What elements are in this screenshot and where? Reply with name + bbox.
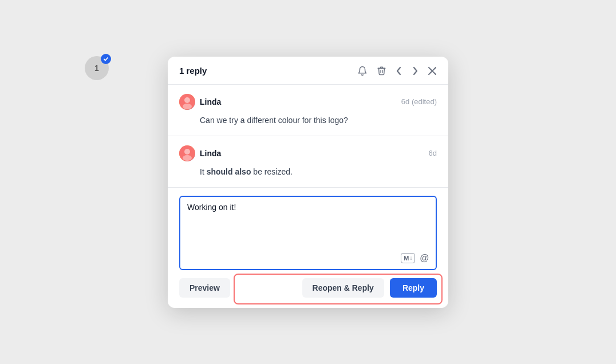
input-icons: M↓ @ [187, 251, 429, 263]
svg-point-2 [183, 104, 192, 109]
comment-1-author-row: Linda [179, 94, 221, 110]
reply-input[interactable]: Working on it! [187, 203, 429, 248]
comment-1-time: 6d (edited) [401, 97, 437, 106]
badge-container: 1 [85, 56, 109, 80]
avatar-image-2 [179, 145, 195, 161]
comment-1-header: Linda 6d (edited) [179, 94, 437, 110]
reopen-reply-button[interactable]: Reopen & Reply [302, 278, 384, 298]
svg-point-1 [184, 97, 190, 103]
svg-point-5 [183, 155, 192, 161]
svg-point-4 [184, 149, 190, 155]
comment-2-header: Linda 6d [179, 145, 437, 161]
comment-2: Linda 6d It should also be resized. [168, 136, 448, 188]
bell-icon[interactable] [357, 66, 368, 76]
dialog-header-icons [357, 66, 437, 76]
dialog-header: 1 reply [168, 57, 448, 85]
comment-1-author: Linda [200, 97, 221, 106]
comment-2-bold: should also [207, 167, 251, 176]
badge-circle: 1 [85, 56, 109, 80]
comment-2-author: Linda [200, 149, 221, 158]
text-input-wrapper: Working on it! M↓ @ [179, 196, 437, 270]
prev-arrow-icon[interactable] [396, 66, 402, 76]
comment-2-avatar [179, 145, 195, 161]
page-container: 1 1 reply [0, 0, 616, 364]
close-icon[interactable] [428, 66, 437, 76]
badge-check [101, 54, 111, 64]
input-section: Working on it! M↓ @ [168, 188, 448, 270]
badge-number: 1 [94, 64, 99, 73]
reply-button[interactable]: Reply [390, 278, 437, 298]
comment-2-author-row: Linda [179, 145, 221, 161]
right-buttons: Reopen & Reply Reply [302, 278, 437, 298]
markdown-icon[interactable]: M↓ [401, 253, 415, 263]
comment-1-avatar [179, 94, 195, 110]
dialog-title: 1 reply [179, 66, 207, 76]
preview-button[interactable]: Preview [179, 278, 230, 298]
buttons-row: Preview Reopen & Reply Reply [179, 278, 437, 298]
next-arrow-icon[interactable] [412, 66, 418, 76]
comment-dialog: 1 reply [168, 57, 448, 308]
footer-section: Preview Reopen & Reply Reply [168, 270, 448, 308]
comment-2-text: It should also be resized. [179, 166, 437, 178]
trash-icon[interactable] [377, 66, 386, 76]
check-icon [103, 56, 109, 62]
mention-icon[interactable]: @ [420, 253, 429, 263]
comment-1: Linda 6d (edited) Can we try a different… [168, 85, 448, 136]
comment-1-text: Can we try a different colour for this l… [179, 114, 437, 126]
comment-2-time: 6d [429, 149, 437, 157]
avatar-image-1 [179, 94, 195, 110]
